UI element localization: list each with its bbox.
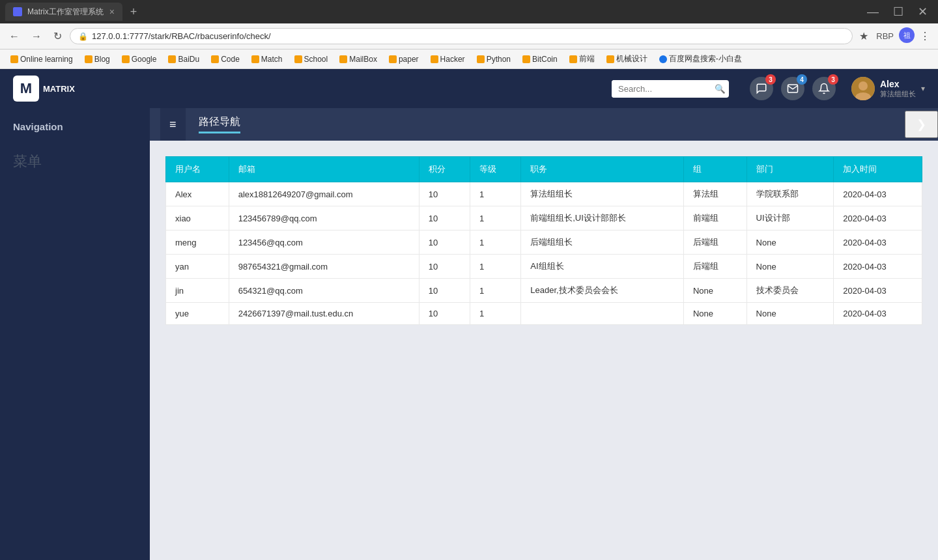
cell-2-2: 10: [419, 231, 470, 255]
col-score: 积分: [419, 157, 470, 182]
hamburger-btn[interactable]: ≡: [160, 108, 186, 141]
cell-0-3: 1: [470, 182, 521, 206]
bookmark-search-icon: [659, 55, 667, 63]
cell-2-3: 1: [470, 231, 521, 255]
settings-btn[interactable]: RBP: [874, 27, 896, 45]
tab-title: Matrix工作室管理系统: [27, 7, 104, 18]
user-avatar: [851, 77, 875, 100]
win-maximize[interactable]: ☐: [888, 5, 909, 19]
cell-0-4: 算法组组长: [521, 182, 684, 206]
cell-3-6: None: [746, 255, 834, 279]
cell-1-1: 123456789@qq.com: [229, 206, 419, 231]
bookmark-python[interactable]: Python: [472, 53, 516, 65]
address-bar[interactable]: 🔒 127.0.0.1:7777/stark/RBAC/rbacuserinfo…: [70, 28, 853, 44]
cell-1-6: UI设计部: [746, 206, 834, 231]
tab-bar: Matrix工作室管理系统 × + — ☐ ✕: [0, 0, 938, 23]
email-icon-btn[interactable]: 4: [781, 77, 804, 100]
bookmark-label: Hacker: [440, 55, 465, 64]
cell-1-2: 10: [419, 206, 470, 231]
chevron-right-icon: ❯: [917, 118, 926, 131]
bookmark-mechanical[interactable]: 机械设计: [601, 52, 653, 66]
cell-4-0: jin: [166, 279, 229, 303]
cell-3-4: AI组组长: [521, 255, 684, 279]
cell-3-3: 1: [470, 255, 521, 279]
bookmark-blog[interactable]: Blog: [79, 53, 115, 65]
bookmark-label: 百度网盘搜索-小白盘: [669, 53, 742, 64]
message-icon-btn[interactable]: 3: [750, 77, 773, 100]
cell-1-4: 前端组组长,UI设计部部长: [521, 206, 684, 231]
search-input[interactable]: [612, 80, 709, 98]
user-info: Alex 算法组组长: [880, 79, 916, 99]
tab-close-btn[interactable]: ×: [109, 7, 115, 17]
cell-3-0: yan: [166, 255, 229, 279]
bookmark-label: Match: [261, 55, 283, 64]
refresh-btn[interactable]: ↻: [50, 27, 66, 45]
logo-text: MATRIX: [43, 84, 75, 94]
email-badge: 4: [797, 74, 807, 85]
cell-4-7: 2020-04-03: [834, 279, 922, 303]
breadcrumb-bar: ≡ 路径导航 ❯: [150, 108, 938, 141]
new-tab-btn[interactable]: +: [125, 3, 142, 20]
address-text: 127.0.0.1:7777/stark/RBAC/rbacuserinfo/c…: [92, 31, 844, 41]
menu-btn[interactable]: ⋮: [917, 27, 933, 45]
bookmark-icon: [522, 55, 530, 63]
col-username: 用户名: [166, 157, 229, 182]
bookmark-baidu-drive[interactable]: 百度网盘搜索-小白盘: [654, 52, 747, 66]
header-icons: 3 4 3: [750, 77, 836, 100]
back-btn[interactable]: ←: [5, 28, 23, 45]
win-close[interactable]: ✕: [913, 5, 933, 19]
bookmark-star-btn[interactable]: ★: [857, 27, 871, 45]
cell-5-0: yue: [166, 303, 229, 325]
bookmark-paper[interactable]: paper: [384, 53, 424, 65]
cell-1-7: 2020-04-03: [834, 206, 922, 231]
bookmark-hacker[interactable]: Hacker: [425, 53, 470, 65]
logo-letter: M: [20, 80, 32, 97]
bookmark-school[interactable]: School: [289, 53, 334, 65]
col-duty: 职务: [521, 157, 684, 182]
cell-0-0: Alex: [166, 182, 229, 206]
cell-0-7: 2020-04-03: [834, 182, 922, 206]
bell-icon-btn[interactable]: 3: [812, 77, 836, 100]
cell-5-7: 2020-04-03: [834, 303, 922, 325]
bookmark-icon: [477, 55, 485, 63]
profile-btn[interactable]: 祖: [899, 27, 915, 43]
bookmark-icon: [10, 55, 18, 63]
app-container: M MATRIX 🔍 3: [0, 69, 938, 560]
cell-2-7: 2020-04-03: [834, 231, 922, 255]
bookmark-label: Python: [487, 55, 511, 64]
table-row: jin654321@qq.com101Leader,技术委员会会长None技术委…: [166, 279, 922, 303]
bookmark-label: School: [304, 55, 328, 64]
user-name: Alex: [880, 79, 916, 89]
bookmark-baidu[interactable]: BaiDu: [163, 53, 205, 65]
active-tab[interactable]: Matrix工作室管理系统 ×: [5, 3, 122, 21]
main-layout: Navigation 菜单 ≡ 路径导航 ❯ 用户名: [0, 108, 938, 560]
bookmark-bitcoin[interactable]: BitCoin: [517, 53, 563, 65]
bookmark-label: BaiDu: [178, 55, 199, 64]
search-button[interactable]: 🔍: [709, 80, 729, 98]
cell-0-1: alex18812649207@gmail.com: [229, 182, 419, 206]
bookmark-label: Blog: [94, 55, 110, 64]
table-container: 用户名 邮箱 积分 等级 职务 组 部门 加入时间 Alexalex188126…: [150, 141, 938, 560]
bookmark-code[interactable]: Code: [206, 53, 245, 65]
browser-chrome: Matrix工作室管理系统 × + — ☐ ✕ ← → ↻ 🔒 127.0.0.…: [0, 0, 938, 69]
cell-5-2: 10: [419, 303, 470, 325]
bell-badge: 3: [828, 74, 838, 85]
user-area[interactable]: Alex 算法组组长 ▾: [851, 77, 925, 100]
bookmark-match[interactable]: Match: [246, 53, 288, 65]
win-minimize[interactable]: —: [862, 5, 884, 19]
bookmark-mailbox[interactable]: MailBox: [334, 53, 382, 65]
cell-1-5: 前端组: [683, 206, 746, 231]
bookmark-icon: [168, 55, 176, 63]
cell-2-1: 123456@qq.com: [229, 231, 419, 255]
message-badge: 3: [765, 74, 776, 85]
user-role: 算法组组长: [880, 89, 916, 99]
forward-btn[interactable]: →: [27, 28, 46, 45]
logo-area: M MATRIX: [13, 76, 75, 102]
bookmark-google[interactable]: Google: [117, 53, 162, 65]
bookmark-frontend[interactable]: 前端: [564, 52, 600, 66]
collapse-sidebar-btn[interactable]: ❯: [905, 111, 938, 138]
col-email: 邮箱: [229, 157, 419, 182]
bookmark-online-learning[interactable]: Online learning: [5, 53, 78, 65]
cell-4-5: None: [683, 279, 746, 303]
cell-3-1: 987654321@gmail.com: [229, 255, 419, 279]
